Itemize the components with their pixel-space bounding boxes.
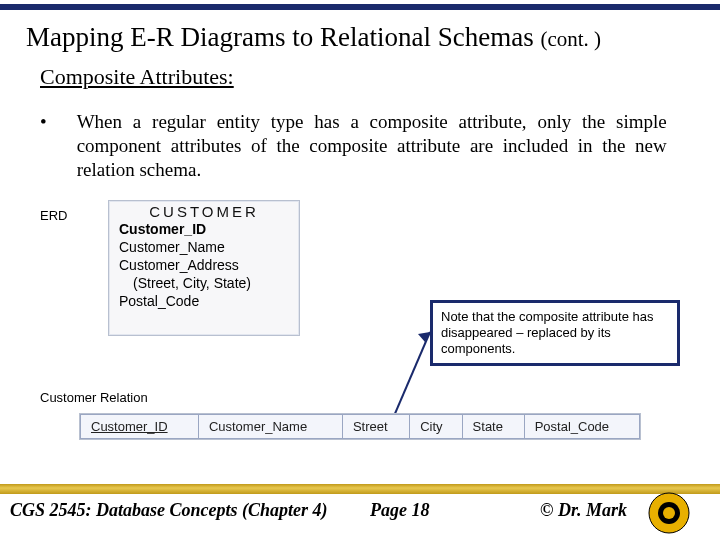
bottom-rule xyxy=(0,484,720,494)
footer-page: Page 18 xyxy=(370,500,540,521)
erd-label: ERD xyxy=(40,208,67,223)
bullet-row: • When a regular entity type has a compo… xyxy=(40,110,680,182)
erd-attr: Postal_Code xyxy=(109,292,299,310)
slide-title-main: Mapping E-R Diagrams to Relational Schem… xyxy=(26,22,540,52)
institution-logo-icon xyxy=(648,492,690,534)
column-header: City xyxy=(410,415,462,439)
relation-label: Customer Relation xyxy=(40,390,148,405)
bullet-mark: • xyxy=(40,110,47,182)
column-header-pk: Customer_ID xyxy=(81,415,199,439)
bullet-text: When a regular entity type has a composi… xyxy=(77,110,667,182)
slide-title-cont: (cont. ) xyxy=(540,27,601,51)
erd-attr-composite: Customer_Address xyxy=(109,256,299,274)
footer-author: © Dr. Mark xyxy=(540,500,627,521)
footer: CGS 2545: Database Concepts (Chapter 4) … xyxy=(0,500,720,521)
callout-note: Note that the composite attribute has di… xyxy=(430,300,680,366)
arrow-icon xyxy=(392,320,432,416)
section-heading: Composite Attributes: xyxy=(40,64,234,90)
erd-attr: Customer_Name xyxy=(109,238,299,256)
slide-title: Mapping E-R Diagrams to Relational Schem… xyxy=(26,22,601,53)
footer-course: CGS 2545: Database Concepts (Chapter 4) xyxy=(0,500,370,521)
erd-attr-components: (Street, City, State) xyxy=(109,274,299,292)
svg-point-4 xyxy=(663,507,675,519)
column-header: State xyxy=(462,415,524,439)
svg-marker-1 xyxy=(418,332,430,342)
top-rule xyxy=(0,4,720,10)
column-header: Customer_Name xyxy=(198,415,342,439)
svg-line-0 xyxy=(394,332,430,416)
erd-entity-title: CUSTOMER xyxy=(109,203,299,220)
erd-entity-box: CUSTOMER Customer_ID Customer_Name Custo… xyxy=(108,200,300,336)
column-header: Street xyxy=(342,415,409,439)
erd-attr-pk: Customer_ID xyxy=(109,220,299,238)
relation-table: Customer_ID Customer_Name Street City St… xyxy=(80,414,640,439)
column-header: Postal_Code xyxy=(524,415,639,439)
table-row: Customer_ID Customer_Name Street City St… xyxy=(81,415,640,439)
